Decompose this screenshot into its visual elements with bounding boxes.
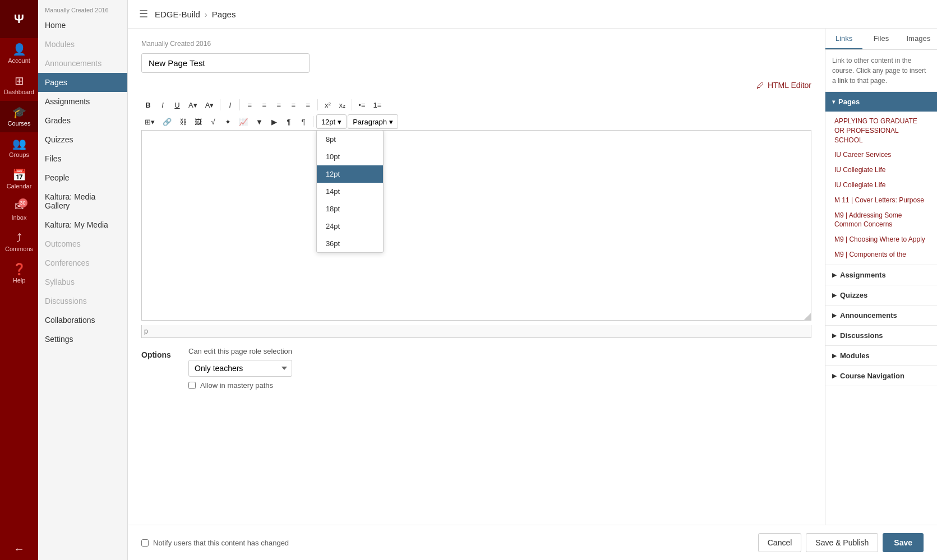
sidebar-item-account[interactable]: 👤 Account: [0, 38, 38, 70]
notify-checkbox[interactable]: [141, 539, 149, 547]
sidebar-item-settings[interactable]: Settings: [38, 330, 127, 349]
toolbar-divider3: [317, 99, 318, 110]
sidebar-item-people[interactable]: People: [38, 168, 127, 187]
superscript-button[interactable]: x²: [321, 98, 334, 112]
page-link-applying[interactable]: APPLYING TO GRADUATE OR PROFESSIONAL SCH…: [825, 114, 937, 147]
app-logo[interactable]: Ψ: [0, 0, 38, 38]
accordion-quizzes-header[interactable]: ▶ Quizzes: [825, 285, 937, 305]
unlink-button[interactable]: ⛓: [176, 114, 190, 129]
underline-button[interactable]: U: [170, 98, 184, 112]
media-sparkle-button[interactable]: ✦: [221, 114, 234, 129]
accordion-modules-header[interactable]: ▶ Modules: [825, 346, 937, 365]
font-size-10pt[interactable]: 10pt: [317, 148, 383, 165]
accordion-course-navigation-header[interactable]: ▶ Course Navigation: [825, 366, 937, 386]
sidebar-item-collaborations[interactable]: Collaborations: [38, 311, 127, 330]
page-link-m9-choosing[interactable]: M9 | Choosing Where to Apply: [825, 232, 937, 247]
notify-row: Notify users that this content has chang…: [141, 539, 289, 547]
accordion-discussions-header[interactable]: ▶ Discussions: [825, 326, 937, 345]
sidebar-item-quizzes[interactable]: Quizzes: [38, 130, 127, 149]
justify-button[interactable]: ≡: [287, 98, 300, 112]
toolbar-divider2: [239, 99, 240, 110]
image-button[interactable]: 🖼: [191, 114, 205, 129]
font-size-14pt[interactable]: 14pt: [317, 183, 383, 200]
indent-button[interactable]: ≡: [301, 98, 315, 112]
link-button[interactable]: 🔗: [159, 114, 175, 129]
top-bar: ☰ EDGE-Build › Pages: [128, 0, 937, 29]
align-center-button[interactable]: ≡: [257, 98, 271, 112]
sidebar-item-kaltura-media[interactable]: Kaltura: Media Gallery: [38, 187, 127, 215]
font-size-18pt[interactable]: 18pt: [317, 200, 383, 217]
page-link-m9-components[interactable]: M9 | Components of the: [825, 247, 937, 262]
align-right-button[interactable]: ≡: [272, 98, 285, 112]
pilcrow-button[interactable]: ¶: [282, 114, 296, 129]
options-content: Can edit this page role selection Only t…: [188, 347, 292, 390]
footer-bar: Notify users that this content has chang…: [128, 525, 937, 560]
font-size-12pt[interactable]: 12pt: [317, 165, 383, 183]
page-link-m9-addressing[interactable]: M9 | Addressing Some Common Concerns: [825, 208, 937, 233]
sidebar-item-courses[interactable]: 🎓 Courses: [0, 101, 38, 132]
sidebar-item-assignments[interactable]: Assignments: [38, 92, 127, 111]
align-left-button[interactable]: ≡: [243, 98, 256, 112]
accordion-pages-header[interactable]: ▾ Pages: [825, 92, 937, 112]
hamburger-icon[interactable]: ☰: [139, 8, 148, 20]
sidebar-item-grades[interactable]: Grades: [38, 111, 127, 130]
font-color-button[interactable]: A▾: [185, 98, 201, 112]
main-content: ☰ EDGE-Build › Pages Manually Created 20…: [128, 0, 937, 560]
left-navigation: Ψ 👤 Account ⊞ Dashboard 🎓 Courses 👥 Grou…: [0, 0, 38, 560]
paragraph-select[interactable]: Paragraph ▾: [348, 114, 398, 129]
editor-status-bar: p: [141, 325, 811, 338]
font-size-dropdown[interactable]: 12pt ▾ 8pt 10pt 12pt 14pt 18pt 24pt 36pt: [316, 114, 347, 129]
bullet-list-button[interactable]: •≡: [355, 98, 368, 112]
notify-label: Notify users that this content has chang…: [153, 539, 289, 547]
sidebar-item-groups[interactable]: 👥 Groups: [0, 132, 38, 164]
mastery-row: Allow in mastery paths: [188, 381, 292, 390]
font-size-8pt[interactable]: 8pt: [317, 131, 383, 148]
breadcrumb-home[interactable]: EDGE-Build: [155, 10, 200, 19]
tab-files[interactable]: Files: [862, 29, 899, 49]
save-button[interactable]: Save: [883, 533, 924, 552]
sidebar-item-dashboard[interactable]: ⊞ Dashboard: [0, 70, 38, 101]
equation-button[interactable]: √: [206, 114, 220, 129]
italic2-button[interactable]: I: [223, 98, 237, 112]
back-button[interactable]: ←: [0, 538, 38, 560]
cancel-button[interactable]: Cancel: [758, 533, 802, 552]
sidebar-item-help[interactable]: ❓ Help: [0, 258, 38, 289]
sidebar-item-inbox[interactable]: ✉ 30 Inbox: [0, 195, 38, 226]
chart-button[interactable]: 📈: [236, 114, 251, 129]
font-size-36pt[interactable]: 36pt: [317, 235, 383, 252]
highlight-button[interactable]: A▾: [202, 98, 218, 112]
sidebar-item-home[interactable]: Home: [38, 16, 127, 35]
editor-content-area[interactable]: [141, 130, 811, 321]
font-size-display[interactable]: 12pt ▾: [316, 114, 347, 129]
resize-handle[interactable]: [804, 313, 811, 320]
sidebar-item-files[interactable]: Files: [38, 149, 127, 168]
pilcrow2-button[interactable]: ¶: [297, 114, 310, 129]
bold-button[interactable]: B: [141, 98, 155, 112]
page-link-career[interactable]: IU Career Services: [825, 147, 937, 163]
right-panel-tabs: Links Files Images: [825, 29, 937, 50]
italic-button[interactable]: I: [156, 98, 169, 112]
table-button[interactable]: ⊞▾: [141, 114, 158, 129]
sidebar-item-calendar[interactable]: 📅 Calendar: [0, 164, 38, 195]
tab-links[interactable]: Links: [825, 29, 862, 49]
media-player-button[interactable]: ▶: [267, 114, 281, 129]
sidebar-item-kaltura-my-media[interactable]: Kaltura: My Media: [38, 215, 127, 234]
html-editor-link[interactable]: 🖊 HTML Editor: [756, 81, 811, 90]
sidebar-item-commons[interactable]: ⤴ Commons: [0, 226, 38, 258]
arrow-down-button[interactable]: ▼: [252, 114, 266, 129]
page-link-collegiate1[interactable]: IU Collegiate Life: [825, 163, 937, 178]
page-link-m11[interactable]: M 11 | Cover Letters: Purpose: [825, 193, 937, 208]
font-size-24pt[interactable]: 24pt: [317, 217, 383, 235]
role-select[interactable]: Only teachers Teachers and students Anyo…: [188, 360, 292, 377]
subscript-button[interactable]: x₂: [335, 98, 349, 112]
page-link-collegiate2[interactable]: IU Collegiate Life: [825, 178, 937, 193]
numbered-list-button[interactable]: 1≡: [370, 98, 385, 112]
accordion-announcements-header[interactable]: ▶ Announcements: [825, 306, 937, 325]
tab-images[interactable]: Images: [900, 29, 937, 49]
sidebar-item-pages[interactable]: Pages: [38, 73, 127, 92]
save-publish-button[interactable]: Save & Publish: [806, 533, 878, 552]
page-title-input[interactable]: [141, 53, 310, 73]
mastery-checkbox[interactable]: [188, 382, 196, 389]
toolbar-row1: B I U A▾ A▾ I ≡ ≡ ≡ ≡ ≡ x² x₂ •≡ 1≡: [141, 98, 811, 112]
accordion-assignments-header[interactable]: ▶ Assignments: [825, 265, 937, 285]
